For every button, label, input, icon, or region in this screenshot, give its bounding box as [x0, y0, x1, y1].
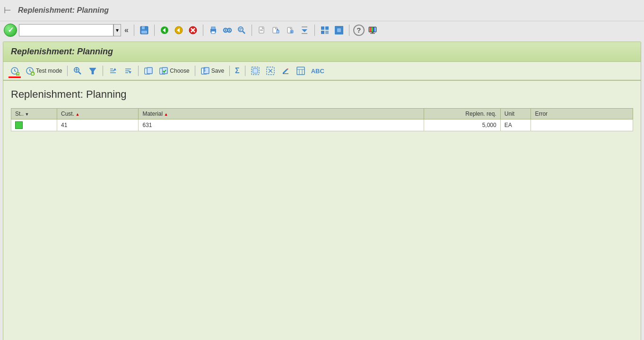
print-icon: [209, 26, 218, 35]
svg-rect-21: [239, 30, 241, 31]
svg-rect-50: [372, 32, 374, 33]
separator-3: [203, 25, 203, 36]
sort-asc-button[interactable]: [106, 65, 120, 77]
deselect-all-icon: [266, 66, 275, 76]
nav-back-yellow-button[interactable]: [173, 24, 185, 36]
svg-rect-48: [371, 27, 373, 32]
nav-back-yellow-icon: [174, 26, 183, 35]
select-all-button[interactable]: [249, 65, 262, 77]
svg-marker-38: [302, 29, 307, 32]
nav-back-green-button[interactable]: [158, 24, 171, 36]
cell-error: [531, 119, 633, 131]
svg-rect-42: [325, 31, 329, 34]
test-mode-label: Test mode: [36, 68, 62, 74]
panel-save-icon: [200, 66, 210, 76]
cell-material: 631: [139, 119, 424, 131]
search-detail-icon: [73, 66, 82, 76]
col-replen-req[interactable]: Replen. req.: [424, 109, 501, 119]
edit-icon: [281, 66, 290, 76]
search-detail-button[interactable]: [71, 65, 84, 77]
svg-line-19: [243, 31, 245, 34]
svg-rect-85: [253, 68, 258, 73]
find-button[interactable]: [221, 24, 234, 36]
separator-2: [154, 25, 155, 36]
filter-button[interactable]: [86, 65, 99, 77]
layout1-button[interactable]: [319, 24, 331, 36]
layout2-button[interactable]: [333, 24, 345, 36]
green-check-button[interactable]: ✓: [4, 24, 17, 37]
col-cust[interactable]: Cust.: [57, 109, 139, 119]
doc4-icon: [300, 26, 309, 35]
choose-button[interactable]: Choose: [157, 65, 191, 77]
find-detail-icon: [237, 26, 246, 35]
sort-asc-icon: [108, 66, 118, 76]
separator-4: [252, 25, 252, 36]
layout1-icon: [320, 26, 330, 35]
monitor-button[interactable]: [366, 24, 379, 36]
col-status[interactable]: St..: [11, 109, 57, 119]
svg-rect-47: [370, 27, 371, 32]
filter-icon: [88, 66, 97, 76]
help-button[interactable]: ?: [353, 25, 365, 36]
panel-sep-3: [138, 66, 139, 76]
panel-sep-6: [245, 66, 245, 76]
nav-back-green-icon: [160, 26, 169, 35]
choose-icon: [159, 66, 168, 76]
edit-button[interactable]: [279, 65, 292, 77]
svg-point-18: [238, 27, 243, 32]
cancel-icon: [188, 26, 198, 35]
svg-rect-51: [370, 33, 375, 34]
test-mode-button[interactable]: Test mode: [23, 65, 64, 77]
sort-desc-icon: [123, 66, 133, 76]
svg-rect-90: [297, 67, 305, 75]
panel-save-button[interactable]: Save: [199, 65, 226, 77]
col-cust-label: Cust.: [61, 110, 79, 117]
svg-point-61: [29, 70, 30, 71]
col-unit-label: Unit: [505, 110, 514, 117]
window-title: Replenishment: Planning: [18, 6, 109, 15]
separator-1: [134, 25, 134, 36]
svg-point-55: [14, 70, 15, 71]
col-status-label: St..: [15, 110, 29, 117]
col-unit[interactable]: Unit: [500, 109, 531, 119]
cancel-button[interactable]: [187, 24, 199, 36]
svg-rect-17: [229, 29, 230, 31]
svg-marker-67: [89, 68, 96, 74]
save-toolbar-button[interactable]: [138, 24, 150, 36]
doc2-icon: [271, 26, 281, 35]
execute-button[interactable]: [8, 65, 21, 77]
cell-status: [11, 119, 57, 131]
content-title: Replenishment: Planning: [11, 88, 633, 101]
grid-icon: [296, 66, 305, 76]
svg-rect-77: [147, 68, 152, 74]
monitor-icon: [368, 26, 377, 35]
abc-button[interactable]: ABC: [309, 66, 326, 76]
status-green-box: [15, 121, 23, 129]
sum-button[interactable]: Σ: [233, 65, 242, 76]
save-toolbar-icon: [139, 26, 149, 35]
command-input[interactable]: [19, 24, 113, 36]
copy-from-button[interactable]: [142, 65, 155, 77]
panel-sep-2: [103, 66, 103, 76]
svg-rect-39: [321, 26, 324, 30]
doc1-button[interactable]: [256, 24, 268, 36]
doc2-button[interactable]: [270, 24, 282, 36]
col-error-label: Error: [535, 110, 548, 117]
deselect-all-button[interactable]: [264, 65, 277, 77]
sort-desc-button[interactable]: [122, 65, 135, 77]
panel-header-title: Replenishment: Planning: [11, 47, 113, 56]
find-detail-button[interactable]: [235, 24, 248, 36]
cell-unit: EA: [500, 119, 531, 131]
svg-line-64: [78, 72, 81, 74]
doc3-button[interactable]: [284, 24, 296, 36]
separator-6: [349, 25, 349, 36]
command-dropdown[interactable]: ▾: [113, 24, 121, 36]
back-button[interactable]: «: [123, 25, 130, 36]
svg-rect-79: [162, 68, 167, 74]
svg-rect-40: [325, 26, 329, 30]
col-error[interactable]: Error: [531, 109, 633, 119]
col-material[interactable]: Material: [139, 109, 424, 119]
grid-button[interactable]: [294, 65, 307, 77]
doc4-button[interactable]: [298, 24, 311, 36]
print-button[interactable]: [207, 24, 219, 36]
